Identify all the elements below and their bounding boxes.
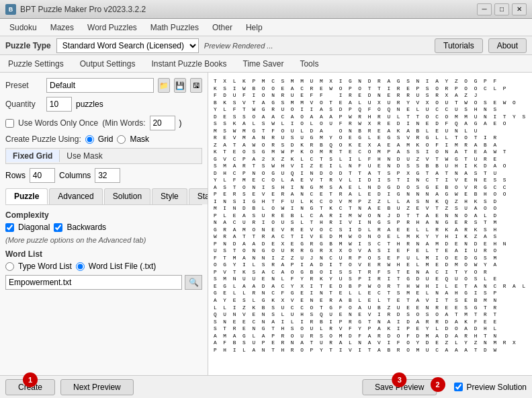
word-list-section: Word List Type Word List Word List File … xyxy=(5,249,202,290)
type-word-list-label: Type Word List xyxy=(18,262,72,271)
create-puzzle-label: Create Puzzle Using: xyxy=(5,134,81,144)
menu-bar: Sudoku Mazes Word Puzzles Math Puzzles O… xyxy=(0,19,532,36)
save-preview-badge: 3 xyxy=(392,372,407,387)
backwards-checkbox[interactable] xyxy=(54,223,62,232)
puzzle-tabs: Puzzle Advanced Solution Style Statistic… xyxy=(5,188,202,205)
type-word-list-radio[interactable] xyxy=(5,262,14,271)
diagonal-label: Diagonal xyxy=(18,223,50,232)
toolbar-right: Tutorials About xyxy=(435,38,527,53)
next-preview-button[interactable]: Next Preview xyxy=(60,379,134,395)
preview-solution-badge: 2 xyxy=(431,377,445,392)
rows-cols-row: Rows Columns xyxy=(5,168,202,183)
preset-save-button[interactable]: 💾 xyxy=(174,78,186,93)
close-button[interactable]: ✕ xyxy=(512,3,527,15)
complexity-section: Complexity Diagonal Backwards (More puzz… xyxy=(5,210,202,244)
menu-sudoku[interactable]: Sudoku xyxy=(3,21,44,34)
main-area: Preset 📁 💾 🖫 Quantity puzzles Use Words … xyxy=(0,73,532,375)
minimize-button[interactable]: ─ xyxy=(477,3,492,15)
sub-toolbar-output-settings[interactable]: Output Settings xyxy=(77,58,138,70)
word-list-search-button[interactable]: 🔍 xyxy=(185,275,202,290)
rows-input[interactable] xyxy=(30,168,55,183)
preview-solution-label: Preview Solution xyxy=(467,383,527,392)
tab-advanced[interactable]: Advanced xyxy=(49,188,102,204)
puzzle-type-label: Puzzle Type xyxy=(5,41,51,50)
diagonal-checkbox[interactable] xyxy=(5,223,14,232)
min-words-label: (Min Words: xyxy=(102,118,145,128)
app-icon: B xyxy=(5,4,16,15)
word-list-file-row: 🔍 xyxy=(5,275,202,290)
preset-saveas-button[interactable]: 🖫 xyxy=(190,78,202,93)
sub-toolbar-tools[interactable]: Tools xyxy=(297,58,321,70)
grid-mask-tabs: Fixed Grid Use Mask xyxy=(5,148,202,164)
backwards-label: Backwards xyxy=(66,223,106,232)
cols-input[interactable] xyxy=(95,168,120,183)
sub-toolbar-instant-books[interactable]: Instant Puzzle Books xyxy=(148,58,229,70)
mask-label: Mask xyxy=(130,134,149,144)
tab-puzzle[interactable]: Puzzle xyxy=(5,188,48,204)
right-panel: T X L K P M C S M M U M X I G N D R A G … xyxy=(208,73,532,375)
tutorials-button[interactable]: Tutorials xyxy=(435,38,483,53)
title-bar-left: B BPT Puzzle Maker Pro v2023.3.2.2 xyxy=(5,4,146,15)
preview-solution-area: 2 xyxy=(426,385,450,390)
word-list-type-row: Type Word List Word List File (.txt) xyxy=(5,262,202,271)
word-list-file-label: Word List File (.txt) xyxy=(89,262,156,271)
create-button[interactable]: 1 Create xyxy=(5,379,55,395)
use-words-once-row: Use Words Only Once (Min Words: ) xyxy=(5,116,202,130)
quantity-label: Quantity xyxy=(5,100,42,109)
cols-label: Columns xyxy=(59,171,91,180)
fixed-grid-tab[interactable]: Fixed Grid xyxy=(6,150,60,162)
about-button[interactable]: About xyxy=(488,38,527,53)
grid-radio[interactable] xyxy=(85,135,94,144)
mask-radio[interactable] xyxy=(117,135,126,144)
tab-statistics[interactable]: Statistics xyxy=(189,188,208,204)
window-controls: ─ □ ✕ xyxy=(477,3,527,15)
tab-style[interactable]: Style xyxy=(152,188,187,204)
quantity-unit: puzzles xyxy=(76,100,103,109)
preset-folder-button[interactable]: 📁 xyxy=(158,78,170,93)
puzzle-grid: T X L K P M C S M M U M X I G N D R A G … xyxy=(211,75,529,356)
create-puzzle-row: Create Puzzle Using: Grid Mask xyxy=(5,134,202,144)
diagonal-row: Diagonal Backwards xyxy=(5,223,202,232)
preset-row: Preset 📁 💾 🖫 xyxy=(5,78,202,93)
sub-toolbar-time-saver[interactable]: Time Saver xyxy=(240,58,287,70)
menu-word-puzzles[interactable]: Word Puzzles xyxy=(81,21,144,34)
title-bar: B BPT Puzzle Maker Pro v2023.3.2.2 ─ □ ✕ xyxy=(0,0,532,19)
min-words-close: ) xyxy=(179,118,182,128)
word-list-title: Word List xyxy=(5,249,202,259)
preview-solution-checkbox[interactable] xyxy=(454,383,463,391)
sub-toolbar: Puzzle Settings Output Settings Instant … xyxy=(0,55,532,73)
menu-mazes[interactable]: Mazes xyxy=(44,21,81,34)
bottom-bar: 1 Create Next Preview 3 Save Preview 2 P… xyxy=(0,375,532,398)
left-panel: Preset 📁 💾 🖫 Quantity puzzles Use Words … xyxy=(0,73,208,375)
menu-math-puzzles[interactable]: Math Puzzles xyxy=(144,21,206,34)
tab-solution[interactable]: Solution xyxy=(104,188,150,204)
menu-help[interactable]: Help xyxy=(239,21,269,34)
puzzle-type-select[interactable]: Standard Word Search (Licensed) xyxy=(56,38,199,53)
rows-label: Rows xyxy=(5,171,26,180)
grid-label: Grid xyxy=(98,134,114,144)
complexity-title: Complexity xyxy=(5,210,202,220)
preset-label: Preset xyxy=(5,81,42,90)
min-words-input[interactable] xyxy=(150,116,175,130)
create-badge: 1 xyxy=(23,372,38,387)
more-options-note: (More puzzle options on the Advanced tab… xyxy=(5,236,202,244)
app-title: BPT Puzzle Maker Pro v2023.3.2.2 xyxy=(20,5,146,14)
use-words-once-label: Use Words Only Once xyxy=(18,118,98,128)
use-mask-tab[interactable]: Use Mask xyxy=(60,150,109,162)
word-list-input[interactable] xyxy=(5,275,182,290)
preview-status: Preview Rendered ... xyxy=(204,42,273,50)
word-list-file-radio[interactable] xyxy=(76,262,85,271)
quantity-row: Quantity puzzles xyxy=(5,97,202,112)
quantity-input[interactable] xyxy=(46,97,72,112)
preview-solution-right: 2 Preview Solution xyxy=(426,383,527,392)
toolbar: Puzzle Type Standard Word Search (Licens… xyxy=(0,36,532,55)
use-words-once-checkbox[interactable] xyxy=(5,119,14,128)
menu-other[interactable]: Other xyxy=(206,21,239,34)
sub-toolbar-puzzle-settings[interactable]: Puzzle Settings xyxy=(5,58,66,70)
maximize-button[interactable]: □ xyxy=(494,3,509,15)
preset-input[interactable] xyxy=(46,78,154,93)
